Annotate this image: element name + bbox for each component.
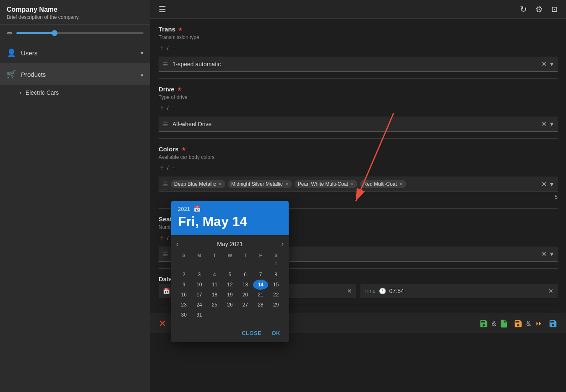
colors-dropdown-icon[interactable]: ▾ (550, 180, 553, 188)
save-green-icon[interactable] (479, 319, 488, 328)
calendar-year: 2021 (178, 206, 190, 212)
colors-section: Colors ★ Available car body colors ＋ / －… (159, 139, 558, 209)
next-orange-icon[interactable] (534, 319, 543, 328)
export-icon[interactable]: ⊡ (551, 5, 558, 14)
calendar-day[interactable]: 16 (176, 290, 192, 300)
trans-clear-icon[interactable]: ✕ (541, 60, 547, 68)
save-orange-icon[interactable] (514, 319, 523, 328)
colors-sep: / (167, 165, 169, 171)
calendar-day[interactable]: 9 (176, 280, 192, 290)
calendar-day[interactable]: 29 (268, 300, 284, 310)
time-field[interactable]: Time 🕐 07:54 ✕ (360, 284, 558, 298)
calendar-day[interactable]: 19 (222, 290, 238, 300)
calendar-day (237, 260, 253, 270)
calendar-day[interactable]: 3 (192, 270, 207, 280)
settings-icon[interactable]: ⚙ (535, 4, 543, 14)
calendar-day[interactable]: 17 (192, 290, 207, 300)
trans-section: Trans ★ Transmission type ＋ / － ☰ 1-spee… (159, 19, 558, 79)
calendar-day[interactable]: 20 (237, 290, 253, 300)
calendar-day (192, 260, 207, 270)
sidebar-item-users[interactable]: 👤 Users ▾ (0, 42, 150, 64)
calendar-day[interactable]: 5 (222, 270, 238, 280)
seats-clear-icon[interactable]: ✕ (541, 250, 547, 258)
trans-field-icon: ☰ (163, 61, 168, 67)
calendar-day[interactable]: 18 (207, 290, 222, 300)
save-blue-icon[interactable] (548, 319, 558, 328)
tag-red-multi-close[interactable]: ✕ (399, 182, 403, 187)
calendar-day[interactable]: 6 (237, 270, 253, 280)
calendar-day[interactable]: 12 (222, 280, 238, 290)
sidebar-slider[interactable] (16, 32, 143, 34)
calendar-next-btn[interactable]: › (282, 240, 284, 248)
cal-header-m: M (192, 251, 207, 260)
calendar-ok-btn[interactable]: OK (269, 328, 284, 338)
tag-pearl-white-close[interactable]: ✕ (350, 182, 354, 187)
calendar-day[interactable]: 31 (192, 310, 207, 320)
trans-add-btn[interactable]: ＋ (159, 44, 165, 52)
calendar-date-display: Fri, May 14 (178, 214, 282, 229)
trans-select-field[interactable]: ☰ 1-speed automatic ✕ ▾ (159, 57, 558, 72)
tag-midnight-silver-close[interactable]: ✕ (285, 182, 289, 187)
tag-deep-blue-close[interactable]: ✕ (218, 182, 222, 187)
refresh-icon[interactable]: ↻ (520, 4, 527, 14)
colors-required: ★ (181, 146, 186, 152)
date-clear-icon[interactable]: ✕ (347, 288, 352, 294)
clock-icon: 🕐 (379, 288, 386, 294)
calendar-day[interactable]: 4 (207, 270, 222, 280)
calendar-day[interactable]: 28 (253, 300, 269, 310)
calendar-day[interactable]: 1 (268, 260, 284, 270)
drive-dropdown-icon[interactable]: ▾ (550, 120, 553, 128)
calendar-day[interactable]: 23 (176, 300, 192, 310)
electric-cars-label: Electric Cars (26, 89, 59, 96)
calendar-day[interactable]: 24 (192, 300, 207, 310)
tag-pearl-white: Pearl White Multi-Coat ✕ (295, 180, 357, 188)
trans-remove-btn[interactable]: － (170, 44, 177, 52)
colors-clear-icon[interactable]: ✕ (541, 180, 547, 188)
calendar-day[interactable]: 14 (253, 280, 269, 290)
calendar-day[interactable]: 26 (222, 300, 238, 310)
time-value: 07:54 (389, 288, 545, 294)
calendar-close-btn[interactable]: CLOSE (238, 328, 265, 338)
calendar-day[interactable]: 2 (176, 270, 192, 280)
menu-icon[interactable]: ☰ (159, 4, 166, 14)
sidebar-item-products[interactable]: 🛒 Products ▴ (0, 64, 150, 85)
colors-title: Colors (159, 145, 179, 153)
calendar-day[interactable]: 22 (268, 290, 284, 300)
calendar-day[interactable]: 21 (253, 290, 269, 300)
tag-red-multi-label: Red Multi-Coat (363, 181, 397, 187)
delete-btn[interactable]: ✕ (159, 318, 166, 329)
calendar-day[interactable]: 11 (207, 280, 222, 290)
seats-dropdown-icon[interactable]: ▾ (550, 250, 553, 258)
calendar-day[interactable]: 25 (207, 300, 222, 310)
calendar-prev-btn[interactable]: ‹ (176, 240, 178, 248)
sidebar-item-electric-cars[interactable]: Electric Cars (0, 85, 150, 100)
time-clear-icon[interactable]: ✕ (548, 288, 553, 294)
calendar-icon-header: 📅 (193, 205, 201, 212)
drive-clear-icon[interactable]: ✕ (541, 120, 547, 128)
calendar-day[interactable]: 8 (268, 270, 284, 280)
seats-field-icon: ☰ (163, 251, 168, 257)
drive-remove-btn[interactable]: － (170, 104, 177, 112)
drive-select-field[interactable]: ☰ All-wheel Drive ✕ ▾ (159, 117, 558, 132)
drive-add-btn[interactable]: ＋ (159, 104, 165, 112)
drive-required: ★ (177, 86, 182, 92)
colors-add-btn[interactable]: ＋ (159, 164, 165, 172)
calendar-day[interactable]: 10 (192, 280, 207, 290)
calendar-day[interactable]: 30 (176, 310, 192, 320)
colors-remove-btn[interactable]: － (170, 164, 177, 172)
new-green-icon[interactable] (499, 319, 509, 328)
resize-icon: ⇔ (7, 29, 12, 37)
calendar-day[interactable]: 13 (237, 280, 253, 290)
trans-dropdown-icon[interactable]: ▾ (550, 60, 553, 68)
company-header: Company Name Brief description of the co… (0, 0, 150, 25)
chevron-up-icon: ▴ (141, 71, 143, 78)
calendar-day[interactable]: 27 (237, 300, 253, 310)
products-label: Products (21, 71, 141, 78)
seats-add-btn[interactable]: ＋ (159, 234, 165, 242)
cal-header-w: W (222, 251, 238, 260)
calendar-day[interactable]: 7 (253, 270, 269, 280)
trans-value: 1-speed automatic (172, 61, 537, 67)
calendar-day[interactable]: 15 (268, 280, 284, 290)
save-and-next-group: & (514, 319, 543, 328)
users-label: Users (21, 49, 141, 57)
